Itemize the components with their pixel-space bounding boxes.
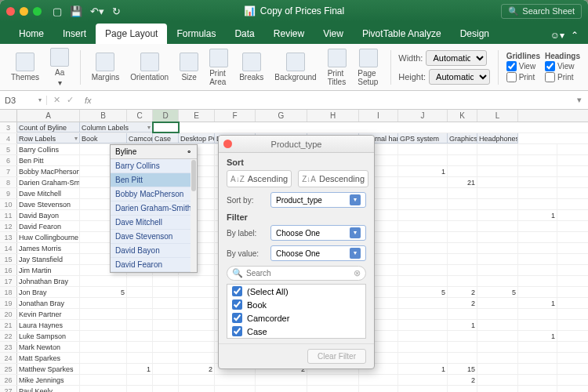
byline-cell[interactable]: Bobby MacPherson — [17, 166, 80, 176]
data-cell[interactable]: 2 — [179, 364, 215, 374]
data-cell[interactable] — [398, 144, 448, 154]
data-cell[interactable] — [179, 309, 215, 319]
data-cell[interactable] — [477, 155, 518, 165]
collapse-ribbon-icon[interactable]: ⌃ — [571, 30, 579, 41]
height-select[interactable]: Automatic — [429, 69, 490, 85]
byline-cell[interactable]: Barry Collins — [17, 144, 80, 154]
data-cell[interactable] — [518, 276, 557, 286]
data-cell[interactable]: 5 — [477, 287, 518, 297]
data-cell[interactable]: 1 — [518, 331, 557, 341]
row-header[interactable]: 8 — [0, 177, 17, 187]
background-button[interactable]: Background — [271, 53, 319, 82]
data-cell[interactable] — [477, 298, 518, 308]
redo-icon[interactable]: ↻ — [112, 5, 121, 17]
search-sheet[interactable]: 🔍 Search Sheet — [501, 4, 582, 19]
data-cell[interactable] — [448, 243, 477, 253]
row-header[interactable]: 27 — [0, 386, 17, 392]
data-cell[interactable] — [359, 386, 398, 392]
data-cell[interactable] — [477, 254, 518, 264]
data-cell[interactable] — [179, 386, 215, 392]
byline-cell[interactable]: Kevin Partner — [17, 309, 80, 319]
data-cell[interactable] — [448, 210, 477, 220]
filter-item[interactable]: Camcorder — [227, 311, 365, 325]
column-header-G[interactable]: G — [256, 110, 307, 122]
data-cell[interactable] — [179, 287, 215, 297]
row-header[interactable]: 22 — [0, 331, 17, 341]
pivot-col-header[interactable]: Camcorder — [127, 133, 153, 143]
data-cell[interactable] — [477, 144, 518, 154]
tab-page-layout[interactable]: Page Layout — [96, 24, 167, 44]
share-icon[interactable]: ☺▾ — [550, 30, 564, 41]
data-cell[interactable] — [179, 298, 215, 308]
data-cell[interactable] — [398, 177, 448, 187]
column-header-I[interactable]: I — [359, 110, 398, 122]
data-cell[interactable]: 1 — [398, 364, 448, 374]
data-cell[interactable] — [477, 342, 518, 352]
data-cell[interactable] — [518, 353, 557, 363]
data-cell[interactable]: 1 — [518, 298, 557, 308]
filter-item[interactable]: Book — [227, 298, 365, 311]
byline-filter-item[interactable]: Barry Collins — [111, 159, 197, 173]
tab-data[interactable]: Data — [225, 24, 263, 44]
row-header[interactable]: 23 — [0, 342, 17, 352]
byline-cell[interactable]: Matt Sparkes — [17, 353, 80, 363]
data-cell[interactable] — [477, 309, 518, 319]
byline-filter-item[interactable]: David Bayon — [111, 244, 197, 258]
close-icon[interactable] — [223, 140, 232, 148]
data-cell[interactable] — [477, 276, 518, 286]
filter-icon[interactable]: ⚬ — [186, 147, 192, 156]
clear-search-icon[interactable]: ⊗ — [354, 268, 361, 278]
data-cell[interactable] — [256, 386, 307, 392]
data-cell[interactable] — [448, 188, 477, 198]
data-cell[interactable] — [80, 386, 127, 392]
clear-filter-button[interactable]: Clear Filter — [307, 349, 366, 364]
sort-ascending-button[interactable]: A↓ZAscending — [227, 170, 292, 187]
byline-filter-item[interactable]: Darien Graham-Smith — [111, 201, 197, 216]
tab-pivottable-analyze[interactable]: PivotTable Analyze — [353, 24, 451, 44]
pivot-col-header[interactable]: Book — [80, 133, 127, 143]
data-cell[interactable]: 2 — [448, 287, 477, 297]
byline-cell[interactable]: Paul Keely — [17, 386, 80, 392]
expand-formula-icon[interactable]: ▾ — [571, 95, 588, 105]
select-all-corner[interactable] — [0, 110, 17, 122]
data-cell[interactable] — [127, 320, 153, 330]
headings-print-checkbox[interactable]: Print — [545, 72, 580, 82]
data-cell[interactable] — [518, 243, 557, 253]
data-cell[interactable] — [477, 320, 518, 330]
row-header[interactable]: 17 — [0, 276, 17, 286]
data-cell[interactable] — [80, 320, 127, 330]
data-cell[interactable] — [80, 375, 127, 385]
data-cell[interactable] — [518, 364, 557, 374]
data-cell[interactable] — [127, 353, 153, 363]
margins-button[interactable]: Margins — [89, 53, 123, 82]
pivot-col-header[interactable]: Headphones — [477, 133, 518, 143]
byline-cell[interactable]: David Bayon — [17, 210, 80, 220]
byline-cell[interactable]: Mike Jennings — [17, 375, 80, 385]
save-icon[interactable]: 💾 — [70, 5, 82, 17]
data-cell[interactable]: 21 — [448, 177, 477, 187]
tab-review[interactable]: Review — [264, 24, 314, 44]
tab-formulas[interactable]: Formulas — [167, 24, 225, 44]
pivot-col-header[interactable]: Desktop PC — [179, 133, 215, 143]
pivot-row-labels[interactable]: Row Labels▾ — [17, 133, 80, 143]
byline-cell[interactable]: Jay Stansfield — [17, 254, 80, 264]
data-cell[interactable] — [359, 375, 398, 385]
data-cell[interactable] — [127, 276, 153, 286]
data-cell[interactable] — [127, 331, 153, 341]
tab-home[interactable]: Home — [9, 24, 53, 44]
gridlines-print-checkbox[interactable]: Print — [506, 72, 540, 82]
data-cell[interactable] — [518, 221, 557, 231]
data-cell[interactable] — [477, 364, 518, 374]
data-cell[interactable]: 5 — [398, 287, 448, 297]
byline-cell[interactable]: Laura Haynes — [17, 320, 80, 330]
filter-item[interactable]: Case — [227, 325, 365, 338]
row-header[interactable]: 25 — [0, 364, 17, 374]
data-cell[interactable]: 2 — [448, 298, 477, 308]
data-cell[interactable] — [153, 342, 179, 352]
scrollbar[interactable] — [191, 159, 197, 272]
data-cell[interactable] — [518, 309, 557, 319]
data-cell[interactable] — [153, 386, 179, 392]
data-cell[interactable]: 5 — [80, 287, 127, 297]
byline-filter-item[interactable]: Dave Mitchell — [111, 216, 197, 230]
data-cell[interactable] — [518, 265, 557, 275]
